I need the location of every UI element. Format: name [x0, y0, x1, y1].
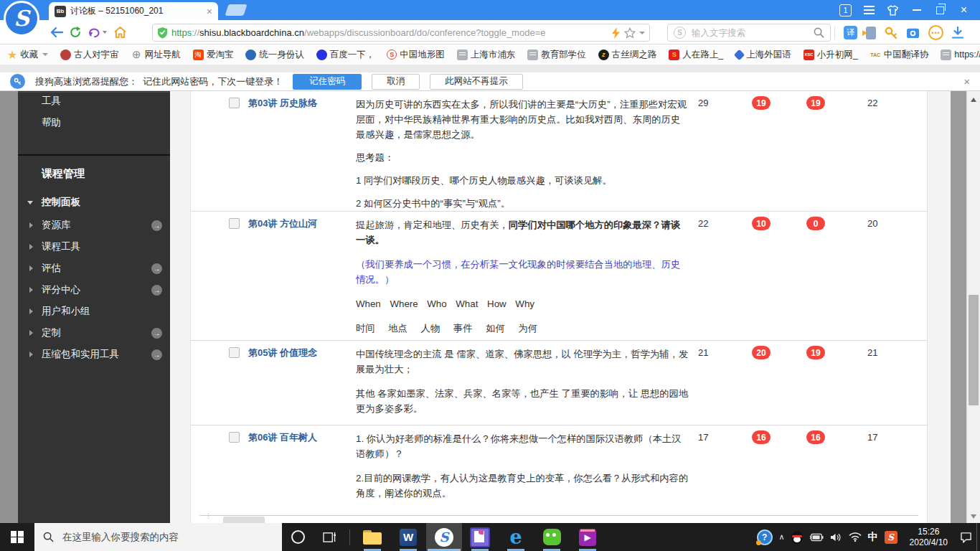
task-view-button[interactable] — [314, 523, 345, 551]
unread-replies-badge[interactable]: 16 — [806, 430, 825, 444]
address-bar[interactable]: https://shisu.blackboardchina.cn/webapps… — [152, 24, 650, 42]
bookmark-item[interactable]: TAC中国翻译协 — [870, 49, 929, 61]
row-checkbox[interactable] — [229, 432, 240, 443]
open-in-new-icon[interactable]: → — [151, 220, 162, 231]
unread-posts-badge[interactable]: 16 — [752, 430, 771, 444]
taskbar-app-sogou-browser[interactable]: S — [426, 523, 462, 551]
favorites-menu[interactable]: ★ 收藏 — [7, 48, 48, 62]
unread-replies-badge[interactable]: 19 — [806, 96, 825, 110]
bookmark-item[interactable]: XSC小升初网_ — [804, 49, 858, 61]
unread-posts-badge[interactable]: 19 — [752, 96, 771, 110]
lightning-icon[interactable] — [611, 27, 621, 39]
browser-tab[interactable]: Bb 讨论板 – 52151060_201 × — [49, 2, 218, 20]
sogou-ime-tray-icon[interactable]: S — [885, 531, 897, 544]
dont-remind-button[interactable]: 此网站不再提示 — [430, 74, 523, 90]
bookmark-item[interactable]: 教育部学位 — [527, 49, 586, 61]
send-to-phone-icon[interactable] — [866, 27, 876, 39]
search-input[interactable] — [690, 27, 809, 39]
unread-replies-badge[interactable]: 19 — [806, 346, 825, 359]
taskbar-clock[interactable]: 15:26 2020/4/10 — [904, 527, 953, 548]
scroll-up-icon[interactable] — [971, 98, 976, 102]
remember-password-button[interactable]: 记住密码 — [293, 74, 362, 90]
sidebar-item-content-collection[interactable]: 资源库 → — [18, 217, 170, 234]
bookmark-item[interactable]: 古人对宇宙 — [60, 49, 119, 61]
scrollbar-thumb[interactable] — [969, 295, 979, 405]
bookmark-item[interactable]: S中国地形图 — [387, 49, 445, 61]
taskbar-app-edge[interactable]: e — [498, 523, 534, 551]
refresh-button[interactable] — [66, 23, 85, 42]
bookmark-item[interactable]: 淘爱淘宝 — [193, 49, 234, 61]
wifi-icon[interactable] — [849, 532, 862, 542]
sidebar-item-users-groups[interactable]: 用户和小组 — [18, 303, 170, 320]
row-checkbox[interactable] — [229, 98, 240, 108]
unread-posts-badge[interactable]: 10 — [752, 217, 771, 230]
restore-button[interactable] — [928, 0, 952, 20]
back-button[interactable] — [47, 23, 66, 42]
download-icon[interactable] — [952, 27, 963, 39]
battery-icon[interactable] — [809, 533, 824, 542]
more-extensions-icon[interactable]: ••• — [928, 25, 943, 40]
ime-indicator[interactable]: 中 — [868, 531, 878, 544]
unread-posts-badge[interactable]: 20 — [752, 346, 771, 359]
forum-link[interactable]: 第04讲 方位山河 — [248, 217, 352, 230]
forum-link[interactable]: 第05讲 价值理念 — [248, 347, 352, 359]
sidebar-item-evaluation[interactable]: 评估 → — [18, 260, 170, 277]
action-center-icon[interactable] — [960, 532, 972, 543]
browser-search-box[interactable]: S — [667, 24, 831, 42]
search-magnifier-icon[interactable] — [814, 27, 824, 38]
sidebar-item-grade-center[interactable]: 评分中心 → — [18, 281, 170, 298]
taskbar-search-input[interactable] — [61, 531, 273, 543]
taskbar-app-notebook[interactable] — [462, 523, 498, 551]
new-tab-button[interactable] — [225, 4, 247, 16]
vertical-scrollbar[interactable] — [966, 91, 980, 523]
row-checkbox[interactable] — [229, 347, 240, 358]
open-in-new-icon[interactable]: → — [151, 349, 162, 360]
taskbar-app-media-player[interactable]: ▶ — [570, 523, 606, 551]
cancel-button[interactable]: 取消 — [372, 74, 420, 90]
show-desktop-button[interactable] — [976, 523, 980, 551]
favorite-star-icon[interactable] — [624, 27, 636, 39]
unread-replies-badge[interactable]: 0 — [806, 217, 825, 230]
bookmark-item[interactable]: z古丝绸之路 — [598, 49, 657, 61]
sidebar-item-customization[interactable]: 定制 → — [18, 324, 170, 342]
minimize-button[interactable] — [905, 0, 928, 20]
taskbar-app-wechat[interactable] — [534, 523, 570, 551]
bookmark-item[interactable]: S人在路上_ — [669, 49, 723, 61]
undo-close-button[interactable] — [85, 23, 110, 42]
bookmark-item[interactable]: 统一身份认 — [245, 49, 304, 61]
forum-link[interactable]: 第06讲 百年树人 — [248, 431, 352, 444]
taskbar-app-word[interactable]: W — [390, 523, 426, 551]
bookmark-item[interactable]: 上海外国语 — [735, 49, 791, 61]
close-button[interactable]: × — [952, 0, 976, 20]
bookmark-item[interactable]: https:// — [941, 50, 980, 60]
scroll-down-icon[interactable] — [971, 514, 976, 519]
open-in-new-icon[interactable]: → — [151, 328, 162, 339]
sidebar-item-tools[interactable]: 工具 — [18, 93, 170, 110]
pagination-button-partial[interactable] — [223, 517, 265, 523]
menu-icon[interactable] — [857, 0, 881, 20]
address-dropdown-icon[interactable] — [639, 32, 645, 34]
taskbar-search-box[interactable] — [34, 523, 282, 551]
open-in-new-icon[interactable]: → — [151, 263, 162, 274]
forum-link[interactable]: 第03讲 历史脉络 — [248, 97, 352, 110]
bookmark-item[interactable]: ⊕网址导航 — [131, 49, 181, 61]
sidebar-item-control-panel[interactable]: 控制面板 — [18, 194, 170, 211]
qq-tray-icon[interactable] — [791, 531, 803, 544]
frame-scroll-strip[interactable] — [951, 91, 966, 523]
row-checkbox[interactable] — [229, 218, 240, 229]
tab-close-icon[interactable]: × — [207, 6, 212, 17]
cortana-button[interactable] — [282, 523, 314, 551]
password-key-icon[interactable] — [885, 27, 897, 39]
volume-icon[interactable] — [830, 532, 842, 542]
start-button[interactable] — [0, 523, 34, 551]
tab-count-badge[interactable]: 1 — [834, 0, 857, 20]
taskbar-app-file-explorer[interactable] — [354, 523, 390, 551]
sidebar-item-help[interactable]: 帮助 — [18, 114, 170, 131]
notification-close-icon[interactable]: × — [963, 75, 970, 88]
sidebar-item-packages-utilities[interactable]: 压缩包和实用工具 → — [18, 346, 170, 363]
bookmark-item[interactable]: 上海市浦东 — [457, 49, 516, 61]
sogou-browser-logo[interactable]: S — [4, 1, 39, 37]
skin-theme-icon[interactable] — [881, 0, 905, 20]
open-in-new-icon[interactable]: → — [151, 285, 162, 296]
screenshot-icon[interactable] — [906, 27, 920, 39]
